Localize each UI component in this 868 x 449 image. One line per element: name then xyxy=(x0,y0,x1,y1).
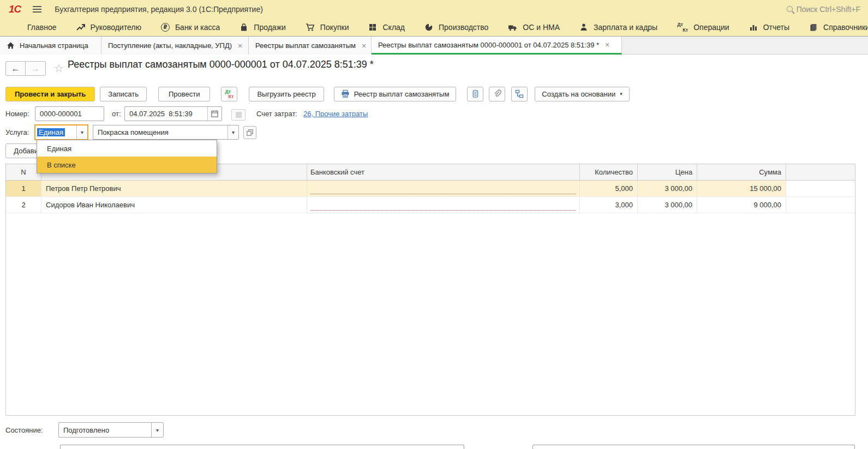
open-service-button[interactable] xyxy=(243,126,256,139)
forward-button[interactable]: → xyxy=(26,61,46,76)
search-icon xyxy=(787,6,793,12)
post-button[interactable]: Провести xyxy=(158,87,211,101)
menu-item-prodazhi[interactable]: Продажи xyxy=(240,23,285,32)
partial-input-field[interactable] xyxy=(532,445,855,449)
paperclip-icon xyxy=(493,89,501,98)
shopping-cart-icon xyxy=(306,23,315,32)
export-registry-button[interactable]: Выгрузить реестр xyxy=(249,87,324,101)
tab-bar: Начальная страница Поступление (акты, на… xyxy=(0,37,868,55)
status-combo[interactable]: Подготовлено ▾ xyxy=(58,422,164,438)
status-label: Состояние: xyxy=(5,426,43,434)
truck-icon xyxy=(508,23,517,32)
document-toolbar: Провести и закрыть Записать Провести Дт … xyxy=(5,86,630,101)
create-based-on-button[interactable]: Создать на основании ▾ xyxy=(535,87,629,101)
col-header-extra xyxy=(786,164,855,180)
ruble-icon: ₽ xyxy=(161,23,170,32)
search-placeholder: Поиск Ctrl+Shift+F xyxy=(797,5,860,14)
app-title: Бухгалтерия предприятия, редакция 3.0 (1… xyxy=(55,5,263,14)
app-window: 1С Бухгалтерия предприятия, редакция 3.0… xyxy=(0,0,868,449)
col-header-sum: Сумма xyxy=(697,164,786,180)
calendar-icon xyxy=(211,110,219,118)
chevron-down-icon[interactable]: ▾ xyxy=(76,125,87,139)
production-icon xyxy=(424,23,433,32)
bank-account-cell[interactable] xyxy=(307,181,580,196)
books-icon xyxy=(809,23,818,32)
menu-item-operacii[interactable]: Дт Кт Операции xyxy=(677,21,729,33)
col-header-price: Цена xyxy=(638,164,697,180)
table-body: 1 Петров Петр Петрович 5,000 3 000,00 15… xyxy=(5,181,855,416)
history-nav: ← → xyxy=(5,61,46,76)
table-row[interactable]: 2 Сидоров Иван Николаевич 3,000 3 000,00… xyxy=(6,197,855,213)
main-menu: Главное Руководителю ₽ Банк и касса Прод… xyxy=(0,18,868,37)
titlebar: 1С Бухгалтерия предприятия, редакция 3.0… xyxy=(0,0,868,18)
print-registry-button[interactable]: Реестр выплат самозанятым xyxy=(334,87,457,101)
dropdown-item[interactable]: Единая xyxy=(37,140,217,157)
structure-icon xyxy=(515,89,524,98)
menu-item-bank-i-kassa[interactable]: ₽ Банк и касса xyxy=(161,23,220,32)
aux-disabled-button[interactable] xyxy=(231,109,246,121)
menu-item-rukovoditelyu[interactable]: Руководителю xyxy=(76,23,141,32)
chevron-down-icon[interactable]: ▾ xyxy=(228,125,238,139)
tab-reestr-document[interactable]: Реестры выплат самозанятым 0000-000001 о… xyxy=(372,37,622,55)
cost-account-label: Счет затрат: xyxy=(256,110,297,118)
menu-item-zarplata-i-kadry[interactable]: Зарплата и кадры xyxy=(579,23,657,32)
chevron-down-icon: ▾ xyxy=(620,91,622,97)
dropdown-item[interactable]: В списке xyxy=(37,157,217,173)
1c-logo: 1С xyxy=(9,3,21,15)
menu-item-os-i-nma[interactable]: ОС и НМА xyxy=(508,23,560,32)
person-icon xyxy=(579,23,588,32)
chevron-down-icon[interactable]: ▾ xyxy=(151,423,163,437)
cost-account-link[interactable]: 26, Прочие затраты xyxy=(303,110,368,118)
required-field-underline xyxy=(310,194,576,194)
bank-account-cell[interactable] xyxy=(307,197,580,213)
shopping-bag-icon xyxy=(240,23,248,32)
back-button[interactable]: ← xyxy=(5,61,26,76)
global-search[interactable]: Поиск Ctrl+Shift+F xyxy=(787,5,863,14)
home-icon xyxy=(7,41,15,50)
menu-item-sklad[interactable]: Склад xyxy=(368,23,405,32)
related-documents-button[interactable] xyxy=(511,87,528,101)
dtkt-postings-button[interactable]: Дт Кт xyxy=(221,87,237,101)
menu-item-glavnoe[interactable]: Главное xyxy=(27,23,57,32)
service-mode-combo[interactable]: Единая ▾ xyxy=(34,124,88,140)
page-title: Реестры выплат самозанятым 0000-000001 о… xyxy=(68,59,374,70)
col-header-bank: Банковский счет xyxy=(307,164,580,180)
menu-item-pokupki[interactable]: Покупки xyxy=(306,23,349,32)
bar-chart-icon xyxy=(749,23,758,32)
open-icon xyxy=(246,129,254,136)
tab-reestry-list[interactable]: Реестры выплат самозанятым × xyxy=(249,37,372,55)
table-row[interactable]: 1 Петров Петр Петрович 5,000 3 000,00 15… xyxy=(6,181,855,197)
favorite-star-icon[interactable]: ☆ xyxy=(54,61,64,76)
selected-text: Единая xyxy=(37,128,65,136)
post-and-close-button[interactable]: Провести и закрыть xyxy=(5,87,95,101)
printer-icon xyxy=(341,89,350,98)
square-icon xyxy=(236,112,242,118)
date-field[interactable]: 04.07.2025 8:51:39 xyxy=(124,106,222,121)
required-field-underline xyxy=(310,210,576,211)
service-field[interactable]: Покраска помещения ▾ xyxy=(93,125,239,140)
close-icon[interactable]: × xyxy=(605,40,609,49)
table-empty-area xyxy=(6,213,855,415)
save-button[interactable]: Записать xyxy=(100,87,147,101)
menu-item-proizvodstvo[interactable]: Производство xyxy=(424,23,488,32)
close-icon[interactable]: × xyxy=(362,41,366,50)
hamburger-icon[interactable] xyxy=(33,6,41,13)
boxes-icon xyxy=(368,23,377,32)
date-label: от: xyxy=(112,110,121,118)
service-label: Услуга: xyxy=(5,128,29,136)
tab-postuplenie[interactable]: Поступление (акты, накладные, УПД) × xyxy=(101,37,249,55)
report-list-button[interactable] xyxy=(467,87,483,101)
calendar-button[interactable] xyxy=(207,107,222,121)
trend-up-icon xyxy=(76,23,85,32)
menu-item-otchety[interactable]: Отчеты xyxy=(749,23,789,32)
number-label: Номер: xyxy=(5,110,29,118)
tab-home[interactable]: Начальная страница xyxy=(0,37,101,55)
report-icon xyxy=(471,89,480,98)
attachments-button[interactable] xyxy=(489,87,505,101)
menu-item-spravochniki[interactable]: Справочники xyxy=(809,23,868,32)
close-icon[interactable]: × xyxy=(238,41,242,50)
number-field[interactable]: 0000-000001 xyxy=(35,106,104,121)
service-mode-dropdown: Единая В списке xyxy=(37,140,217,173)
col-header-qty: Количество xyxy=(580,164,638,180)
partial-input-field[interactable] xyxy=(60,445,464,449)
